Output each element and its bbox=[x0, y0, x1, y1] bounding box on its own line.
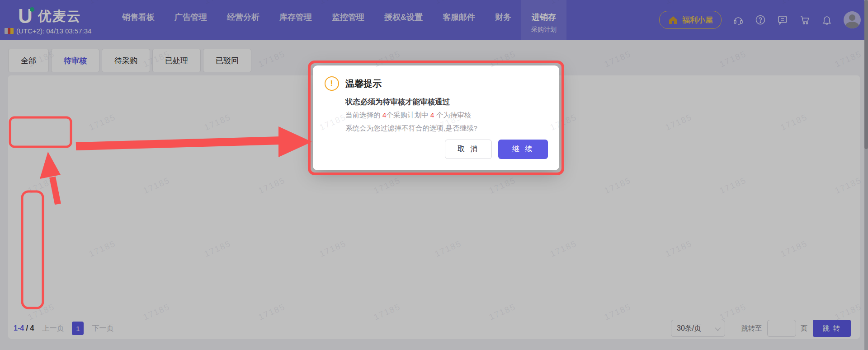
warning-exclamation-icon bbox=[325, 76, 339, 91]
modal-title: 温馨提示 bbox=[345, 78, 382, 90]
modal-continue-button[interactable]: 继 续 bbox=[498, 140, 548, 159]
modal-line1: 状态必须为待审核才能审核通过 bbox=[345, 97, 450, 107]
modal-cancel-button[interactable]: 取 消 bbox=[445, 140, 492, 159]
modal-line3: 系统会为您过滤掉不符合的选项,是否继续? bbox=[345, 124, 477, 133]
page-root: U 优麦云 (UTC+2): 04/13 03:57:34 销售看板 广告管理 … bbox=[0, 0, 868, 350]
modal-dim-overlay bbox=[0, 0, 868, 350]
warm-tip-modal: 温馨提示 状态必须为待审核才能审核通过 当前选择的 4个采购计划中 4 个为待审… bbox=[313, 65, 559, 170]
modal-line2: 当前选择的 4个采购计划中 4 个为待审核 bbox=[345, 111, 471, 120]
